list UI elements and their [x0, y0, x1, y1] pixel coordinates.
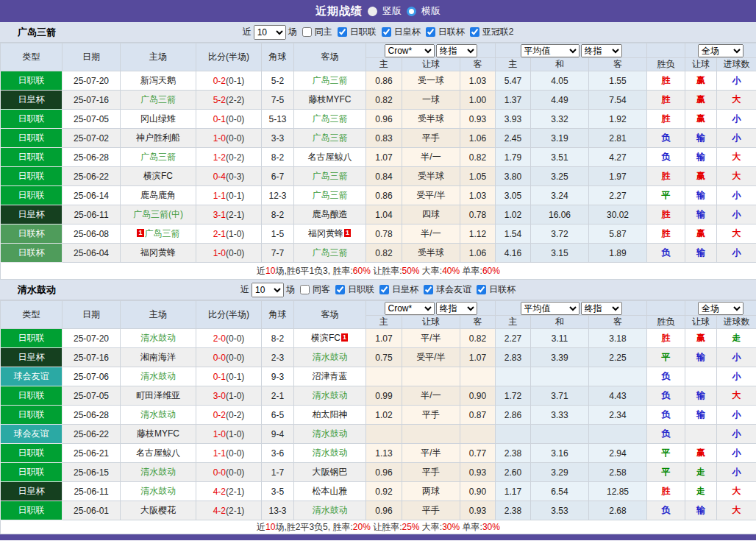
halftime-score: (2-1) — [226, 487, 244, 497]
avg-draw-odds: 4.05 — [531, 71, 589, 91]
average-index-select[interactable]: 终指 — [581, 44, 622, 57]
same-venue-checkbox[interactable] — [302, 27, 312, 37]
scope-group-header: 全场 — [685, 301, 756, 316]
same-venue-checkbox[interactable] — [300, 285, 310, 294]
halftime-score: (0-2) — [226, 152, 244, 163]
match-date: 25-06-22 — [63, 167, 121, 186]
fulltime-score: 0-2 — [213, 76, 226, 86]
vertical-radio[interactable] — [368, 7, 377, 16]
company-odds-group-header: Crow*终指 — [366, 43, 496, 58]
result-goals: 大 — [717, 167, 756, 186]
average-index-select[interactable]: 终指 — [581, 302, 622, 315]
league-filter-checkbox[interactable] — [382, 27, 391, 37]
avg-home-odds: 2.86 — [496, 406, 531, 425]
horizontal-radio-label[interactable]: 横版 — [421, 4, 441, 18]
vertical-radio-label[interactable]: 竖版 — [382, 4, 402, 18]
result-handicap: 赢 — [685, 444, 717, 463]
league-filter-checkbox[interactable] — [379, 285, 389, 294]
odds-column-header: 让球 — [685, 58, 717, 71]
avg-draw-odds: 3.24 — [531, 186, 589, 205]
avg-home-odds: 1.54 — [496, 224, 531, 244]
match-date: 25-07-20 — [63, 329, 121, 348]
summary-segment: 10 — [265, 522, 275, 532]
scope-group-header: 全场 — [685, 43, 756, 58]
handicap-line: 平手 — [402, 463, 460, 482]
horizontal-radio[interactable] — [407, 7, 416, 16]
scope-select[interactable]: 全场 — [698, 44, 743, 57]
halftime-score: (0-0) — [226, 353, 244, 363]
away-team-cell: 清水鼓动 — [294, 386, 366, 406]
away-team-name: 松本山雅 — [313, 486, 348, 496]
league-badge: 日联杯 — [1, 224, 63, 244]
match-row: 日职联25-07-05冈山绿雉0-1(0-0)5-13广岛三箭0.96受半球0.… — [1, 110, 756, 129]
result-wdl: 负 — [647, 244, 685, 263]
result-goals: 小 — [717, 367, 756, 386]
league-filter-checkbox[interactable] — [470, 27, 479, 37]
handicap-odds-away: 1.05 — [460, 167, 496, 186]
result-goals: 大 — [717, 386, 756, 406]
handicap-odds-home: 0.99 — [366, 386, 402, 406]
rank-badge: 1 — [137, 229, 143, 237]
company-index-select[interactable]: 终指 — [436, 44, 477, 57]
home-team-name: 广岛三箭(中) — [133, 209, 183, 219]
result-wdl: 胜 — [647, 91, 685, 110]
league-badge: 日皇杯 — [1, 482, 63, 501]
handicap-odds-away — [460, 425, 496, 444]
result-handicap: 输 — [685, 501, 717, 520]
halftime-score: (0-0) — [226, 448, 244, 459]
score-cell: 0-0(0-0) — [196, 463, 262, 482]
odds-column-header: 进球数 — [717, 316, 756, 329]
match-row: 日职联25-07-02神户胜利船1-0(0-0)3-3广岛三箭0.83平手1.0… — [1, 129, 756, 148]
column-header: 比分(半场) — [196, 43, 262, 71]
league-filter-checkbox[interactable] — [424, 285, 433, 294]
company-index-select[interactable]: 终指 — [436, 302, 477, 315]
scope-select[interactable]: 全场 — [698, 302, 743, 315]
league-filter-label: 日联杯 — [438, 26, 465, 38]
league-badge: 日职联 — [1, 406, 63, 425]
handicap-line — [402, 425, 460, 444]
avg-draw-odds: 16.06 — [531, 205, 589, 224]
recent-results-sections: 广岛三箭近10场同主日职联日皇杯日联杯亚冠联2类型日期主场比分(半场)角球客场C… — [0, 22, 756, 534]
home-team-name: 藤枝MYFC — [137, 428, 179, 439]
matches-count-select[interactable]: 10 — [254, 25, 286, 40]
home-team-name: 广岛三箭 — [145, 228, 180, 238]
home-team-cell: 湘南海洋 — [121, 348, 196, 367]
league-filter-checkbox[interactable] — [426, 27, 435, 37]
company-select[interactable]: Crow* — [385, 302, 435, 315]
company-select[interactable]: Crow* — [385, 44, 435, 57]
score-cell: 1-0(1-0) — [196, 425, 262, 444]
corner-cell: 1-5 — [262, 224, 294, 244]
away-team-cell: 广岛三箭 — [294, 110, 366, 129]
corner-cell: 5-13 — [262, 110, 294, 129]
handicap-line: 平手 — [402, 501, 460, 520]
odds-column-header: 和 — [531, 316, 589, 329]
result-wdl: 胜 — [647, 329, 685, 348]
result-handicap: 输 — [685, 186, 717, 205]
result-handicap: 输 — [685, 348, 717, 367]
away-team-name: 广岛三箭 — [313, 132, 348, 143]
corner-cell: 3-3 — [262, 129, 294, 148]
average-select[interactable]: 平均值 — [521, 302, 580, 315]
league-badge: 日皇杯 — [1, 205, 63, 224]
match-date: 25-06-04 — [63, 244, 121, 263]
league-filter-checkbox[interactable] — [477, 285, 486, 294]
home-team-cell: 冈山绿雉 — [121, 110, 196, 129]
away-team-name: 清水鼓动 — [313, 448, 348, 458]
team-name: 清水鼓动 — [18, 283, 56, 297]
section-filter-row: 广岛三箭近10场同主日职联日皇杯日联杯亚冠联2 — [0, 22, 756, 43]
corner-cell: 9-4 — [262, 425, 294, 444]
home-team-name: 新泻天鹅 — [140, 75, 176, 85]
halftime-score: (0-1) — [226, 372, 244, 382]
league-filter-checkbox[interactable] — [335, 285, 345, 294]
result-wdl: 负 — [647, 129, 685, 148]
matches-count-select[interactable]: 10 — [252, 283, 284, 297]
fulltime-score: 1-0 — [213, 248, 226, 258]
average-select[interactable]: 平均值 — [521, 44, 580, 57]
column-header: 日期 — [63, 301, 121, 329]
handicap-line: 受一球 — [402, 71, 460, 91]
result-goals: 大 — [717, 91, 756, 110]
league-filter-checkbox[interactable] — [338, 27, 347, 37]
handicap-odds-away: 0.93 — [460, 463, 496, 482]
matches-table: 类型日期主场比分(半场)角球客场Crow*终指平均值终指全场主让球客主和客胜负让… — [0, 43, 756, 280]
away-team-cell: 福冈黄蜂1 — [294, 224, 366, 244]
